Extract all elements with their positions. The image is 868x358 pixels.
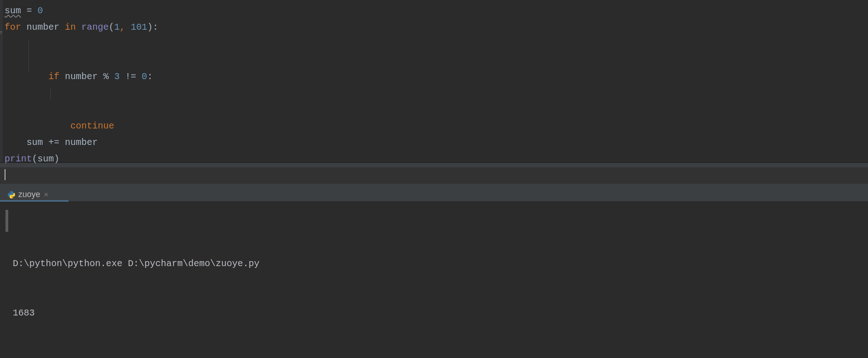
run-tab-label: zuoye	[18, 190, 40, 199]
fold-marker-icon[interactable]: ⊟	[0, 24, 3, 31]
code-line-current[interactable]	[0, 167, 868, 184]
variable-sum: sum	[5, 5, 21, 16]
code-line[interactable]: print(sum)	[0, 151, 868, 167]
console-command-line: D:\python\python.exe D:\pycharm\demo\zuo…	[13, 256, 868, 272]
code-line[interactable]: sum += number	[0, 134, 868, 151]
code-line[interactable]: if number % 3 != 0:	[0, 36, 868, 85]
text-caret	[5, 169, 5, 180]
run-tab-bar: zuoye ×	[0, 188, 868, 202]
indent-guide	[28, 39, 29, 72]
close-icon[interactable]: ×	[43, 191, 48, 198]
run-tab-zuoye[interactable]: zuoye ×	[4, 188, 52, 201]
code-line[interactable]: ⊟for number in range(1, 101):	[0, 19, 868, 36]
code-editor[interactable]: sum = 0 ⊟for number in range(1, 101): if…	[0, 0, 868, 163]
code-line[interactable]: continue	[0, 85, 868, 134]
code-line[interactable]: sum = 0	[0, 3, 868, 19]
console-scroll-marker	[5, 210, 8, 232]
console-output-line: 1683	[13, 305, 868, 321]
run-console[interactable]: D:\python\python.exe D:\pycharm\demo\zuo…	[0, 202, 868, 358]
indent-guide	[50, 89, 51, 100]
python-file-icon	[7, 191, 16, 199]
